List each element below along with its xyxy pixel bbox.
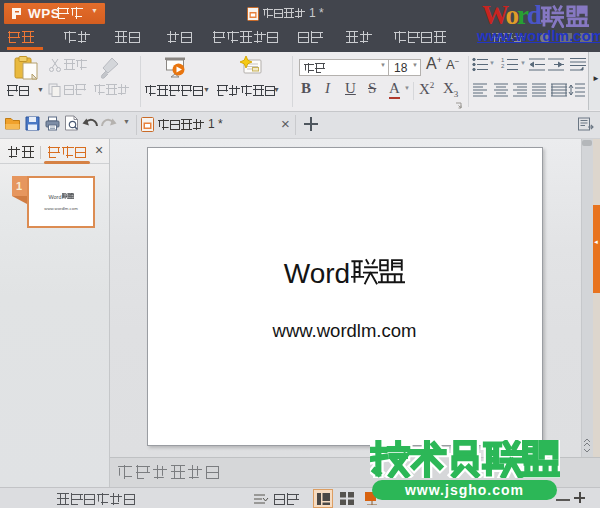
svg-text:2: 2 — [501, 63, 505, 69]
